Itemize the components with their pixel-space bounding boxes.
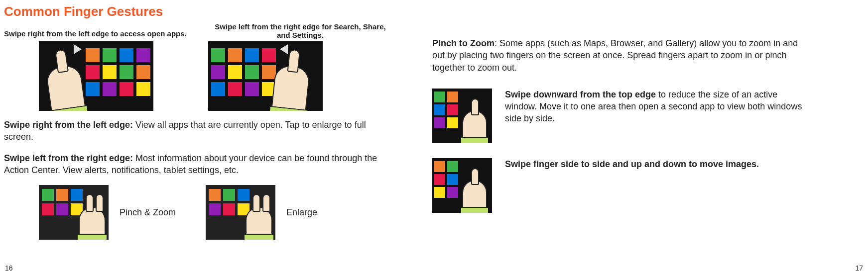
pinch-zoom-label: Pinch & Zoom <box>120 207 176 218</box>
para-bold: Swipe left from the right edge: <box>4 153 133 163</box>
right-column: Pinch to Zoom: Some apps (such as Maps, … <box>432 22 811 240</box>
hand-icon <box>45 64 88 111</box>
hand-icon <box>246 207 272 240</box>
gesture-swipe-left-illustration <box>208 41 323 111</box>
gesture-swipe-right-illustration <box>39 41 153 111</box>
pinch-zoom-row: Pinch & Zoom Enlarge <box>4 185 392 240</box>
para-bold: Swipe downward from the top edge <box>505 90 656 99</box>
swipe-side-block: Swipe finger side to side and up and dow… <box>432 158 811 213</box>
caption-swipe-right: Swipe right from the left edge to access… <box>4 22 188 39</box>
para-bold: Swipe finger side to side and up and dow… <box>505 159 759 169</box>
para-bold: Pinch to Zoom <box>432 38 495 48</box>
page-number-left: 16 <box>5 264 13 272</box>
hand-icon <box>462 180 487 213</box>
swipe-side-illustration <box>432 158 492 213</box>
para-swipe-right: Swipe right from the left edge: View all… <box>4 119 392 143</box>
pinch-zoom-pair: Pinch & Zoom <box>39 185 176 240</box>
captions-row: Swipe right from the left edge to access… <box>4 22 392 39</box>
para-bold: Swipe right from the left edge: <box>4 120 133 130</box>
page-number-right: 17 <box>855 264 863 272</box>
para-pinch-zoom: Pinch to Zoom: Some apps (such as Maps, … <box>432 37 811 74</box>
enlarge-pair: Enlarge <box>206 185 317 240</box>
pinch-zoom-illustration <box>39 185 109 240</box>
para-swipe-left: Swipe left from the right edge: Most inf… <box>4 152 392 177</box>
hand-icon <box>79 207 106 240</box>
hand-icon <box>462 110 487 143</box>
enlarge-illustration <box>206 185 275 240</box>
swipe-side-text: Swipe finger side to side and up and dow… <box>505 158 759 213</box>
left-column: Swipe right from the left edge to access… <box>4 22 392 240</box>
hand-icon <box>270 65 310 111</box>
arrow-left-icon <box>280 44 288 54</box>
caption-swipe-left: Swipe left from the right edge for Searc… <box>208 22 392 39</box>
page-title: Common Finger Gestures <box>0 0 868 22</box>
arrow-right-icon <box>74 44 82 54</box>
swipe-down-illustration <box>432 89 492 143</box>
content-columns: Swipe right from the left edge to access… <box>0 22 868 240</box>
thumbs-row <box>4 41 392 111</box>
swipe-down-block: Swipe downward from the top edge to redu… <box>432 89 811 143</box>
swipe-down-text: Swipe downward from the top edge to redu… <box>505 89 811 143</box>
enlarge-label: Enlarge <box>286 207 317 218</box>
